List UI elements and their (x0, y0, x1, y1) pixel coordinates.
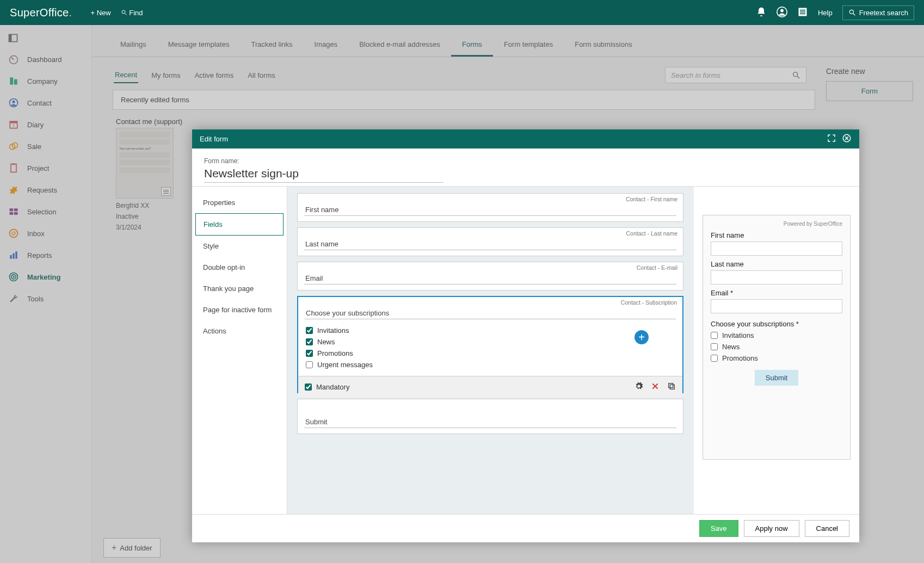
nav-sale[interactable]: Sale (0, 135, 91, 157)
modal-nav: Properties Fields Style Double opt-in Th… (192, 187, 287, 514)
pv-firstname-input[interactable] (711, 242, 842, 256)
pv-email-input[interactable] (711, 299, 842, 313)
svg-point-8 (849, 10, 853, 14)
modalnav-inactive[interactable]: Page for inactive form (195, 299, 284, 320)
delete-icon[interactable] (651, 382, 660, 392)
nav-inbox[interactable]: @Inbox (0, 222, 91, 244)
svg-rect-31 (13, 253, 14, 259)
field-submit[interactable]: Submit (297, 399, 683, 434)
svg-point-3 (780, 9, 784, 12)
nav-requests[interactable]: Requests (0, 179, 91, 201)
modalnav-actions[interactable]: Actions (195, 320, 284, 342)
powered-by: Powered by SuperOffice (711, 221, 842, 227)
pv-firstname-label: First name (711, 231, 842, 239)
save-button[interactable]: Save (699, 520, 738, 537)
field-tag: Contact - First name (626, 196, 677, 202)
expand-icon[interactable] (827, 133, 836, 145)
pv-promotions[interactable]: Promotions (711, 354, 842, 362)
subtab-recent[interactable]: Recent (114, 67, 138, 83)
modalnav-properties[interactable]: Properties (195, 192, 284, 213)
card-menu-icon[interactable] (161, 187, 171, 196)
tab-mailings[interactable]: Mailings (109, 35, 157, 57)
pv-submit-button[interactable]: Submit (755, 370, 798, 386)
svg-line-37 (797, 76, 799, 78)
field-tag: Contact - Last name (626, 230, 677, 237)
subtab-all[interactable]: All forms (247, 68, 276, 83)
duplicate-icon[interactable] (667, 382, 676, 392)
field-tag: Contact - Subscription (621, 299, 677, 306)
svg-rect-6 (800, 11, 805, 13)
form-name-input[interactable]: Newsletter sign-up (204, 165, 443, 183)
tab-submissions[interactable]: Form submissions (564, 35, 643, 57)
apply-button[interactable]: Apply now (744, 520, 799, 537)
left-nav: Dashboard Company Contact 1Diary Sale Pr… (0, 25, 92, 563)
field-firstname[interactable]: Contact - First name First name (297, 193, 683, 222)
field-label: Submit (304, 404, 676, 428)
tab-images[interactable]: Images (304, 35, 349, 57)
nav-marketing[interactable]: Marketing (0, 266, 91, 288)
main-tabs: Mailings Message templates Tracked links… (92, 25, 924, 57)
tab-templates[interactable]: Message templates (157, 35, 241, 57)
nav-diary[interactable]: 1Diary (0, 114, 91, 135)
field-label: Email (304, 267, 676, 284)
panel-toggle-icon[interactable] (0, 29, 91, 48)
recent-heading: Recently edited forms (113, 90, 815, 110)
subtab-my[interactable]: My forms (150, 68, 181, 83)
field-label: Choose your subscriptions (305, 301, 676, 319)
nav-project[interactable]: Project (0, 157, 91, 179)
pv-news[interactable]: News (711, 343, 842, 351)
option-urgent[interactable]: Urgent messages (305, 359, 676, 370)
tab-formtpl[interactable]: Form templates (493, 35, 564, 57)
svg-rect-22 (11, 164, 16, 172)
option-promotions[interactable]: Promotions (305, 348, 676, 359)
freetext-search[interactable]: Freetext search (842, 5, 914, 20)
modal-header: Edit form (192, 129, 859, 149)
menu-icon[interactable] (797, 7, 808, 19)
user-icon[interactable] (777, 7, 787, 19)
svg-rect-5 (800, 9, 805, 10)
tab-tracked[interactable]: Tracked links (240, 35, 303, 57)
nav-contact[interactable]: Contact (0, 92, 91, 114)
cancel-button[interactable]: Cancel (805, 520, 849, 537)
nav-selection[interactable]: Selection (0, 201, 91, 222)
svg-rect-25 (14, 208, 18, 211)
nav-tools[interactable]: Tools (0, 288, 91, 310)
new-button[interactable]: + New (90, 9, 110, 17)
add-field-button[interactable]: + (635, 330, 649, 344)
form-name-label: Form name: (204, 157, 847, 165)
option-invitations[interactable]: Invitations (305, 325, 676, 336)
tab-forms[interactable]: Forms (451, 35, 493, 57)
modalnav-doubleopt[interactable]: Double opt-in (195, 257, 284, 278)
svg-point-35 (13, 276, 14, 277)
gear-icon[interactable] (635, 382, 643, 392)
field-label: First name (304, 198, 676, 216)
field-label: Last name (304, 232, 676, 250)
field-email[interactable]: Contact - E-mail Email (297, 262, 683, 290)
field-lastname[interactable]: Contact - Last name Last name (297, 227, 683, 256)
pv-invitations[interactable]: Invitations (711, 331, 842, 339)
svg-point-36 (793, 72, 798, 77)
modalnav-thanks[interactable]: Thank you page (195, 278, 284, 299)
tab-blocked[interactable]: Blocked e-mail addresses (348, 35, 451, 57)
mandatory-checkbox[interactable] (305, 383, 312, 391)
search-forms-input[interactable]: Search in forms (665, 67, 806, 83)
close-icon[interactable] (842, 133, 852, 145)
create-form-button[interactable]: Form (826, 81, 913, 101)
nav-reports[interactable]: Reports (0, 244, 91, 266)
nav-company[interactable]: Company (0, 70, 91, 92)
find-button[interactable]: Find (121, 9, 143, 17)
modal-footer: Save Apply now Cancel (192, 514, 859, 542)
nav-dashboard[interactable]: Dashboard (0, 48, 91, 70)
pv-lastname-input[interactable] (711, 270, 842, 284)
svg-rect-32 (15, 251, 17, 258)
subtab-active[interactable]: Active forms (194, 68, 235, 83)
help-link[interactable]: Help (818, 9, 833, 17)
notifications-icon[interactable] (756, 7, 767, 19)
modalnav-fields[interactable]: Fields (195, 213, 284, 236)
svg-line-9 (853, 14, 855, 16)
modal-title: Edit form (200, 135, 228, 143)
field-subscription[interactable]: Contact - Subscription Choose your subsc… (297, 296, 683, 393)
modalnav-style[interactable]: Style (195, 236, 284, 257)
option-news[interactable]: News (305, 336, 676, 348)
add-folder-button[interactable]: +Add folder (103, 538, 161, 558)
